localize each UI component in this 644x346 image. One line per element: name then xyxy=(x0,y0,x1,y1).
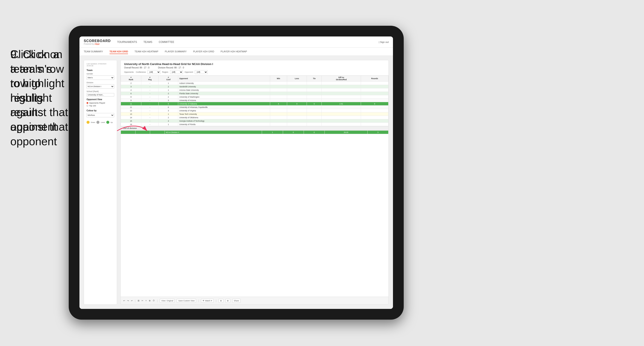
table-row[interactable]: 16-1University of Florida xyxy=(121,123,388,126)
cell-rank: 2 xyxy=(121,81,141,85)
step-text: Click on a team's row to highlight resul… xyxy=(10,48,68,148)
cell-rounds xyxy=(361,116,388,119)
colour-up xyxy=(106,121,109,124)
school-label: School (Rank) xyxy=(86,90,114,92)
cell-loss xyxy=(287,92,307,95)
nav-tournaments[interactable]: TOURNAMENTS xyxy=(117,40,137,44)
view-original-btn[interactable]: View: Original xyxy=(160,299,174,303)
opponent-filter-select[interactable]: (All) xyxy=(195,70,208,74)
col-conf: #Conf xyxy=(159,76,178,81)
undo-icon[interactable]: ↩ xyxy=(123,300,125,302)
division-label: Division xyxy=(86,81,114,84)
radio-opponents-played[interactable]: Opponents Played xyxy=(86,102,114,104)
logo: SCOREBOARD Powered by clippi xyxy=(84,39,111,45)
table-row[interactable]: 4-1Arizona State University xyxy=(121,88,388,92)
colour-down xyxy=(86,121,90,124)
nav-teams[interactable]: TEAMS xyxy=(144,40,152,44)
overall-record: Overall Record: 89 - 17 - 0 xyxy=(124,66,150,69)
watch-btn[interactable]: 👁 Watch ▾ xyxy=(201,299,214,303)
gender-select[interactable]: Men's xyxy=(86,75,114,80)
tab-player-h2h-grid[interactable]: PLAYER H2H GRID xyxy=(193,49,214,54)
cell-opponent: Arizona State University xyxy=(178,88,270,92)
cell-reg: - xyxy=(141,85,159,88)
tab-team-summary[interactable]: TEAM SUMMARY xyxy=(84,49,103,54)
col-diff: Diff AvStrokes/Rnd xyxy=(322,76,361,81)
tab-team-h2h-heatmap[interactable]: TEAM H2H HEATMAP xyxy=(134,49,158,54)
table-row[interactable]: 9-3University of Arizona xyxy=(121,99,388,102)
cell-win xyxy=(270,85,287,88)
cell-rounds xyxy=(361,119,388,123)
out-division-row[interactable]: NCAA Division II 1 0 0 26.00 3 xyxy=(121,131,388,134)
cell-reg: - xyxy=(141,92,159,95)
h2h-table: #Rank #Reg #Conf Opponent Win Loss Tie D… xyxy=(121,75,388,126)
cell-win xyxy=(270,99,287,102)
cell-win xyxy=(270,119,287,123)
cell-rounds xyxy=(361,88,388,92)
out-div-win: 1 xyxy=(262,131,283,134)
colour-by-select[interactable]: Win/loss xyxy=(86,113,114,117)
cell-rounds xyxy=(361,95,388,99)
table-header-row: #Rank #Reg #Conf Opponent Win Loss Tie D… xyxy=(121,76,388,81)
table-row[interactable]: 11-6University of Arkansas, Fayetteville xyxy=(121,105,388,109)
logo-title: SCOREBOARD xyxy=(84,39,111,43)
left-panel: Last Updated: 27/03/2024 16:55:38 Team G… xyxy=(84,60,117,305)
cell-reg: - xyxy=(141,112,159,116)
tab-player-summary[interactable]: PLAYER SUMMARY xyxy=(165,49,186,54)
table-row[interactable]: 6-2Florida State University xyxy=(121,92,388,95)
table-row[interactable]: 12-3University of Virginia xyxy=(121,109,388,112)
out-div-loss: 0 xyxy=(283,131,304,134)
cell-tie xyxy=(307,88,322,92)
division-record: Division Record: 88 - 17 - 0 xyxy=(158,66,184,69)
save-custom-view-btn[interactable]: Save Custom View xyxy=(177,299,196,303)
division-select[interactable]: NCAA Division I xyxy=(86,84,114,89)
grid2-btn[interactable]: ⊞ xyxy=(218,299,223,303)
table-row[interactable]: 13-1Texas Tech University xyxy=(121,112,388,116)
cell-rank: 12 xyxy=(121,109,141,112)
tab-player-h2h-heatmap[interactable]: PLAYER H2H HEATMAP xyxy=(220,49,247,54)
cell-diff xyxy=(322,109,361,112)
cell-conf: 6 xyxy=(159,105,178,109)
main-content: Last Updated: 27/03/2024 16:55:38 Team G… xyxy=(80,56,393,309)
back-icon[interactable]: ↩ xyxy=(131,300,133,302)
cell-rank: 16 xyxy=(121,123,141,126)
add-icon[interactable]: + xyxy=(146,300,147,302)
nav-committee[interactable]: COMMITTEE xyxy=(159,40,174,44)
table-row[interactable]: 14-2University of Oklahoma xyxy=(121,116,388,119)
plus-icon[interactable]: ⊕ xyxy=(149,300,150,302)
grid3-btn[interactable]: ⊞ xyxy=(226,299,230,303)
colour-level-label: Level xyxy=(101,121,105,123)
table-row[interactable]: 3-2Vanderbilt University xyxy=(121,85,388,88)
tab-team-h2h-grid[interactable]: TEAM H2H GRID xyxy=(110,49,128,54)
col-tie: Tie xyxy=(307,76,322,81)
cell-diff xyxy=(322,123,361,126)
redo-icon[interactable]: ↪ xyxy=(127,300,129,302)
cell-rank: 11 xyxy=(121,102,141,105)
region-filter-label: Region xyxy=(162,71,168,73)
table-row[interactable]: 15-4Georgia Institute of Technology xyxy=(121,119,388,123)
table-row[interactable]: 11-5University of Alabama3002.618 xyxy=(121,102,388,105)
school-input[interactable]: University of Nort... xyxy=(86,93,114,96)
cell-conf: 1 xyxy=(159,81,178,85)
cell-opponent: Auburn University xyxy=(178,81,270,85)
clock-icon[interactable]: ⏱ xyxy=(153,300,155,302)
radio-dot-2 xyxy=(86,105,88,107)
cell-loss xyxy=(287,99,307,102)
table-row[interactable]: 2-1Auburn University xyxy=(121,81,388,85)
out-div-diff: 26.00 xyxy=(325,131,368,134)
cell-tie xyxy=(307,112,322,116)
table-row[interactable]: 8-2University of Washington xyxy=(121,95,388,99)
cell-rounds xyxy=(361,85,388,88)
cell-conf: 1 xyxy=(159,112,178,116)
share-btn[interactable]: Share xyxy=(232,299,240,303)
cut-icon[interactable]: ✂ xyxy=(142,300,143,302)
sign-out-link[interactable]: Sign out xyxy=(380,41,389,43)
cell-conf: 1 xyxy=(159,88,178,92)
region-filter-select[interactable]: (All) xyxy=(170,70,183,74)
cell-rounds xyxy=(361,81,388,85)
radio-top100[interactable]: Top 100 xyxy=(86,105,114,107)
cell-rank: 4 xyxy=(121,88,141,92)
cell-opponent: University of Virginia xyxy=(178,109,270,112)
col-rounds: Rounds xyxy=(361,76,388,81)
grid-icon[interactable]: ⊞ xyxy=(138,300,139,302)
conference-filter-select[interactable]: (All) xyxy=(148,70,160,74)
